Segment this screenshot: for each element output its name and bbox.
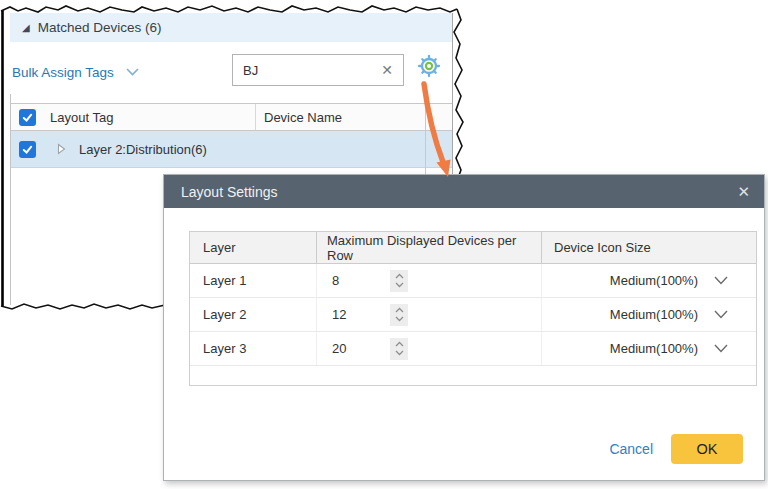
search-value[interactable]: BJ bbox=[233, 63, 371, 78]
dialog-title: Layout Settings bbox=[181, 184, 737, 200]
icon-size-value: Medium(100%) bbox=[610, 307, 698, 322]
layer-name: Layer 1 bbox=[190, 264, 317, 297]
stepper-down-icon bbox=[395, 350, 404, 356]
icon-size-value: Medium(100%) bbox=[610, 341, 698, 356]
screenshot-canvas: ◢ Matched Devices (6) Bulk Assign Tags B… bbox=[0, 0, 768, 489]
layout-settings-gear-button[interactable] bbox=[417, 54, 441, 78]
layer-name: Layer 3 bbox=[190, 332, 317, 365]
settings-table-header: Layer Maximum Displayed Devices per Row … bbox=[190, 232, 756, 264]
quantity-stepper[interactable] bbox=[390, 270, 408, 292]
stepper-up-icon bbox=[395, 307, 404, 313]
dialog-footer: Cancel OK bbox=[609, 434, 743, 464]
max-devices-value[interactable]: 12 bbox=[332, 307, 390, 322]
device-search-input[interactable]: BJ ✕ bbox=[232, 54, 404, 86]
row-checkbox[interactable] bbox=[19, 141, 36, 158]
bulk-assign-tags-button[interactable]: Bulk Assign Tags bbox=[12, 58, 139, 86]
table-row-layer1: Layer 1 8 Medium(100%) bbox=[190, 264, 756, 298]
stepper-up-icon bbox=[395, 341, 404, 347]
icon-size-value: Medium(100%) bbox=[610, 273, 698, 288]
chevron-down-icon bbox=[714, 344, 728, 353]
max-devices-value[interactable]: 20 bbox=[332, 341, 390, 356]
chevron-down-icon bbox=[126, 68, 139, 76]
table-row-layer2: Layer 2 12 Medium(100%) bbox=[190, 298, 756, 332]
table-row-layer3: Layer 3 20 Medium(100%) bbox=[190, 332, 756, 366]
stepper-down-icon bbox=[395, 316, 404, 322]
stepper-down-icon bbox=[395, 282, 404, 288]
check-icon bbox=[21, 111, 34, 124]
cancel-button[interactable]: Cancel bbox=[609, 441, 653, 457]
icon-size-select[interactable]: Medium(100%) bbox=[610, 273, 728, 288]
stepper-up-icon bbox=[395, 273, 404, 279]
quantity-stepper[interactable] bbox=[390, 304, 408, 326]
matched-devices-header[interactable]: ◢ Matched Devices (6) bbox=[10, 13, 452, 42]
column-header-icon-size: Device Icon Size bbox=[542, 232, 756, 263]
layout-settings-table: Layer Maximum Displayed Devices per Row … bbox=[189, 231, 757, 386]
icon-size-select[interactable]: Medium(100%) bbox=[610, 307, 728, 322]
column-header-layer: Layer bbox=[190, 232, 317, 263]
layout-settings-dialog: Layout Settings ✕ Layer Maximum Displaye… bbox=[163, 174, 765, 481]
expand-row-icon[interactable] bbox=[57, 143, 66, 155]
row-label: Layer 2:Distribution(6) bbox=[79, 142, 207, 157]
column-header-layout-tag: Layout Tag bbox=[45, 110, 255, 125]
layer-name: Layer 2 bbox=[190, 298, 317, 331]
check-icon bbox=[21, 143, 34, 156]
chevron-down-icon bbox=[714, 310, 728, 319]
quantity-stepper[interactable] bbox=[390, 338, 408, 360]
device-table-header: Layout Tag Device Name bbox=[10, 103, 452, 131]
max-devices-value[interactable]: 8 bbox=[332, 273, 390, 288]
collapse-triangle-icon: ◢ bbox=[22, 23, 30, 33]
column-header-max-devices: Maximum Displayed Devices per Row bbox=[317, 232, 542, 263]
panel-title: Matched Devices (6) bbox=[38, 20, 162, 35]
column-header-device-name: Device Name bbox=[255, 104, 425, 130]
device-table-row-layer2[interactable]: Layer 2:Distribution(6) bbox=[10, 131, 452, 168]
gear-icon bbox=[417, 54, 441, 78]
select-all-checkbox[interactable] bbox=[19, 109, 36, 126]
ok-button[interactable]: OK bbox=[671, 434, 743, 464]
bulk-assign-tags-label: Bulk Assign Tags bbox=[12, 65, 114, 80]
clear-search-icon[interactable]: ✕ bbox=[371, 62, 403, 78]
close-icon[interactable]: ✕ bbox=[737, 184, 750, 199]
chevron-down-icon bbox=[714, 276, 728, 285]
dialog-header: Layout Settings ✕ bbox=[164, 175, 764, 208]
icon-size-select[interactable]: Medium(100%) bbox=[610, 341, 728, 356]
